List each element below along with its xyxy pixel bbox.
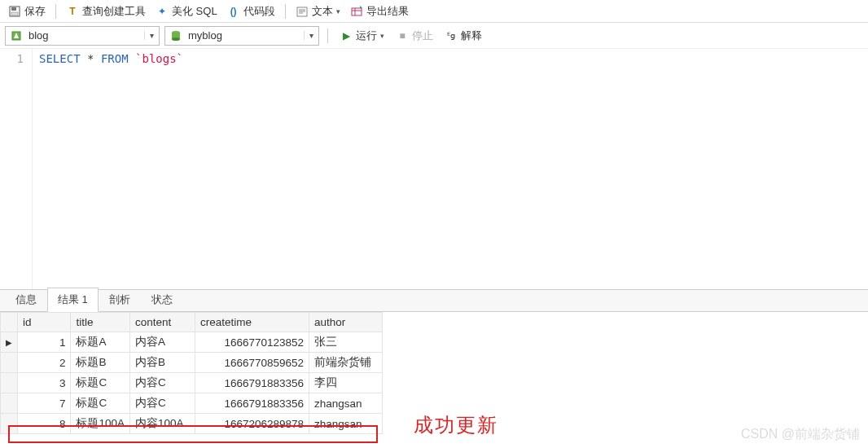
table-row[interactable]: ▶ 1 标题A 内容A 1666770123852 张三 xyxy=(1,332,383,353)
code-icon: () xyxy=(227,5,240,18)
cell-content[interactable]: 内容B xyxy=(130,353,195,373)
col-createtime[interactable]: createtime xyxy=(195,313,309,332)
sql-code[interactable]: SELECT * FROM `blogs` xyxy=(33,49,190,289)
separator xyxy=(285,4,286,19)
row-marker xyxy=(1,373,18,393)
cell-content[interactable]: 内容100A xyxy=(130,414,195,434)
cell-author[interactable]: 前端杂货铺 xyxy=(309,353,383,373)
cell-title[interactable]: 标题C xyxy=(71,393,130,414)
row-marker xyxy=(1,353,18,373)
cell-createtime[interactable]: 1666770123852 xyxy=(195,332,309,353)
cell-createtime[interactable]: 1667206289878 xyxy=(195,414,309,434)
text-icon xyxy=(296,5,309,18)
export-result-button[interactable]: 导出结果 xyxy=(347,2,412,20)
text-label: 文本 xyxy=(312,4,333,19)
cell-id[interactable]: 3 xyxy=(18,373,71,393)
svg-rect-7 xyxy=(352,8,362,15)
export-label: 导出结果 xyxy=(366,4,409,19)
row-marker xyxy=(1,414,18,434)
result-tabs: 信息 结果 1 剖析 状态 xyxy=(0,289,868,312)
tab-info[interactable]: 信息 xyxy=(5,288,47,311)
export-icon xyxy=(350,5,363,18)
cell-id[interactable]: 2 xyxy=(18,353,71,373)
stop-icon: ■ xyxy=(396,29,409,42)
code-snippet-label: 代码段 xyxy=(243,4,275,19)
explain-icon: ᴱ𝗀 xyxy=(445,29,458,42)
stop-button[interactable]: ■ 停止 xyxy=(392,27,436,45)
cell-createtime[interactable]: 1666770859652 xyxy=(195,353,309,373)
context-bar: blog ▾ myblog ▾ ▶ 运行 ▾ ■ 停止 ᴱ𝗀 解释 xyxy=(0,23,868,49)
separator xyxy=(55,4,56,19)
cell-content[interactable]: 内容C xyxy=(130,393,195,414)
svg-rect-1 xyxy=(11,7,16,11)
tab-profile[interactable]: 剖析 xyxy=(99,288,141,311)
cell-id[interactable]: 7 xyxy=(18,393,71,414)
main-toolbar: 保存 T 查询创建工具 ✦ 美化 SQL () 代码段 文本 ▾ 导出结果 xyxy=(0,0,868,23)
cell-author[interactable]: 张三 xyxy=(309,332,383,353)
col-author[interactable]: author xyxy=(309,313,383,332)
save-button[interactable]: 保存 xyxy=(5,2,49,20)
db-cylinder-icon xyxy=(169,29,183,43)
line-number: 1 xyxy=(0,52,24,65)
run-button[interactable]: ▶ 运行 ▾ xyxy=(336,27,388,45)
run-label: 运行 xyxy=(356,29,377,43)
explain-button[interactable]: ᴱ𝗀 解释 xyxy=(441,27,485,45)
watermark-text: CSDN @前端杂货铺 xyxy=(741,426,860,443)
cell-author[interactable]: zhangsan xyxy=(309,393,383,414)
table-row[interactable]: 8 标题100A 内容100A 1667206289878 zhangsan xyxy=(1,414,383,434)
cell-createtime[interactable]: 1666791883356 xyxy=(195,373,309,393)
query-builder-label: 查询创建工具 xyxy=(82,4,146,19)
row-pointer-icon: ▶ xyxy=(1,332,18,353)
cell-author[interactable]: zhangsan xyxy=(309,414,383,434)
chevron-down-icon: ▾ xyxy=(304,31,318,40)
cell-content[interactable]: 内容C xyxy=(130,373,195,393)
line-gutter: 1 xyxy=(0,49,33,289)
query-builder-button[interactable]: T 查询创建工具 xyxy=(63,2,149,20)
code-snippet-button[interactable]: () 代码段 xyxy=(224,2,278,20)
text-button[interactable]: 文本 ▾ xyxy=(292,2,344,20)
table-ref: `blogs` xyxy=(135,52,183,65)
cell-title[interactable]: 标题A xyxy=(71,332,130,353)
tab-status[interactable]: 状态 xyxy=(141,288,183,311)
beautify-label: 美化 SQL xyxy=(172,4,217,19)
cell-content[interactable]: 内容A xyxy=(130,332,195,353)
col-title[interactable]: title xyxy=(71,313,130,332)
result-table[interactable]: id title content createtime author ▶ 1 标… xyxy=(0,312,383,434)
kw-from: FROM xyxy=(101,52,129,65)
save-icon xyxy=(8,5,21,18)
sql-editor[interactable]: 1 SELECT * FROM `blogs` xyxy=(0,49,868,289)
save-label: 保存 xyxy=(24,4,46,19)
beautify-sql-button[interactable]: ✦ 美化 SQL xyxy=(152,2,221,20)
beautify-icon: ✦ xyxy=(156,5,169,18)
cell-title[interactable]: 标题B xyxy=(71,353,130,373)
table-row[interactable]: 3 标题C 内容C 1666791883356 李四 xyxy=(1,373,383,393)
col-id[interactable]: id xyxy=(18,313,71,332)
col-content[interactable]: content xyxy=(130,313,195,332)
separator xyxy=(327,29,328,43)
cell-title[interactable]: 标题100A xyxy=(71,414,130,434)
database-value: blog xyxy=(27,29,144,42)
svg-rect-2 xyxy=(11,12,18,15)
stop-label: 停止 xyxy=(412,29,433,43)
cell-createtime[interactable]: 1666791883356 xyxy=(195,393,309,414)
table-row[interactable]: 2 标题B 内容B 1666770859652 前端杂货铺 xyxy=(1,353,383,373)
cell-author[interactable]: 李四 xyxy=(309,373,383,393)
svg-marker-10 xyxy=(360,6,362,8)
cell-title[interactable]: 标题C xyxy=(71,373,130,393)
explain-label: 解释 xyxy=(461,29,482,43)
query-builder-icon: T xyxy=(66,5,79,18)
table-value: myblog xyxy=(186,29,304,42)
cell-id[interactable]: 8 xyxy=(18,414,71,434)
play-icon: ▶ xyxy=(340,29,353,42)
cell-id[interactable]: 1 xyxy=(18,332,71,353)
table-row[interactable]: 7 标题C 内容C 1666791883356 zhangsan xyxy=(1,393,383,414)
svg-point-15 xyxy=(172,37,180,41)
row-marker-header xyxy=(1,313,18,332)
chevron-down-icon: ▾ xyxy=(144,31,159,40)
row-marker xyxy=(1,393,18,414)
tab-result-1[interactable]: 结果 1 xyxy=(47,288,99,312)
table-select[interactable]: myblog ▾ xyxy=(164,26,319,46)
star: * xyxy=(87,52,94,65)
database-select[interactable]: blog ▾ xyxy=(5,26,160,46)
kw-select: SELECT xyxy=(39,52,81,65)
